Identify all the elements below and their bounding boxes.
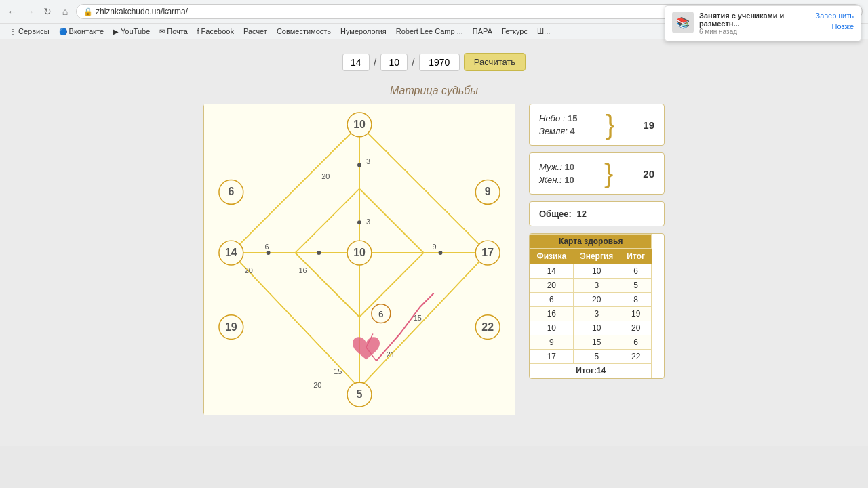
- muz-zhen-total: 20: [643, 168, 654, 180]
- svg-text:21: 21: [387, 350, 395, 359]
- notification-content: Занятия с учениками и разместн... 6 мин …: [699, 12, 810, 35]
- col-header-fizika: Физика: [530, 249, 574, 264]
- health-cell-2-1: 20: [573, 293, 620, 307]
- zhen-value: 10: [564, 175, 574, 185]
- matrix-svg: 10 6 9 14 10 17 19: [204, 104, 515, 415]
- node-top-right: 9: [485, 186, 491, 197]
- date-sep-1: /: [374, 56, 376, 68]
- calculate-button[interactable]: Расчитать: [464, 53, 526, 71]
- bookmark-facebook[interactable]: f Facebook: [193, 26, 238, 37]
- bookmark-raschet[interactable]: Расчет: [239, 26, 271, 37]
- forward-button[interactable]: →: [23, 5, 37, 18]
- health-cell-4-2: 20: [620, 321, 652, 336]
- health-cell-0-0: 14: [530, 264, 574, 279]
- sky-earth-box: Небо : 15 Земля: 4 } 19: [529, 104, 665, 146]
- node-top-left: 6: [228, 186, 234, 197]
- day-input[interactable]: [342, 54, 370, 71]
- back-button[interactable]: ←: [5, 5, 19, 18]
- bookmark-mail[interactable]: ✉ Почта: [155, 26, 192, 37]
- muz-zhen-box: Муж.: 10 Жен.: 10 } 20: [529, 152, 665, 195]
- node-top: 10: [353, 119, 366, 130]
- year-input[interactable]: [419, 54, 460, 71]
- health-table: Карта здоровья Физика Энергия Итог 14106…: [530, 234, 652, 378]
- zhen-label: Жен.:: [539, 175, 562, 185]
- earth-value: 4: [570, 126, 575, 136]
- health-cell-6-1: 5: [573, 350, 620, 364]
- obshee-value: 12: [577, 209, 587, 219]
- svg-text:6: 6: [378, 309, 383, 319]
- svg-text:3: 3: [366, 157, 370, 165]
- svg-text:3: 3: [366, 218, 370, 226]
- svg-point-41: [357, 220, 361, 224]
- notification-later-button[interactable]: Позже: [832, 22, 854, 30]
- bookmark-getkurs[interactable]: Геткурс: [498, 26, 532, 37]
- obshee-box: Общее: 12: [529, 201, 665, 226]
- health-cell-0-2: 6: [620, 264, 652, 279]
- sky-earth-total: 19: [643, 119, 654, 131]
- col-header-energiya: Энергия: [573, 249, 620, 264]
- bookmark-robert[interactable]: Robert Lee Camp ...: [392, 26, 467, 37]
- bookmark-sh[interactable]: Ш...: [533, 26, 554, 37]
- health-cell-3-1: 3: [573, 307, 620, 321]
- svg-point-40: [357, 163, 361, 167]
- node-bottom-left: 19: [225, 321, 237, 333]
- node-left: 14: [225, 247, 237, 258]
- muz-label: Муж.:: [539, 162, 564, 172]
- bookmark-numerologiya[interactable]: Нумерология: [336, 26, 391, 37]
- health-cell-1-2: 5: [620, 279, 652, 293]
- home-button[interactable]: ⌂: [58, 5, 72, 18]
- health-cell-1-0: 20: [530, 279, 574, 293]
- health-table-total: Итог:14: [530, 364, 652, 378]
- month-input[interactable]: [380, 54, 408, 71]
- obshee-label: Общее:: [539, 209, 572, 219]
- bookmark-sovmestimost[interactable]: Совместимость: [273, 26, 335, 37]
- svg-point-44: [438, 251, 442, 255]
- bookmark-youtube[interactable]: ▶ YouTube: [109, 26, 154, 37]
- svg-text:20: 20: [321, 172, 330, 180]
- node-right: 17: [481, 247, 494, 258]
- bookmark-services[interactable]: ⋮ Сервисы: [5, 26, 54, 37]
- health-cell-0-1: 10: [573, 264, 620, 279]
- bookmark-vk[interactable]: 🔵 Вконтакте: [55, 26, 108, 37]
- lock-icon: 🔒: [83, 7, 93, 16]
- matrix-title: Матрица судьбы: [0, 85, 868, 97]
- svg-point-43: [317, 251, 321, 255]
- muz-zhen-bracket: }: [604, 160, 613, 187]
- health-cell-4-1: 10: [573, 321, 620, 336]
- health-cell-5-2: 6: [620, 336, 652, 350]
- svg-text:6: 6: [265, 243, 269, 251]
- sky-label: Небо :: [539, 113, 565, 123]
- health-cell-2-2: 8: [620, 293, 652, 307]
- notification-actions: Завершить Позже: [816, 12, 854, 30]
- svg-text:16: 16: [298, 266, 307, 274]
- notification-popup: 📚 Занятия с учениками и разместн... 6 ми…: [665, 5, 861, 41]
- page-content: / / Расчитать Матрица судьбы: [0, 39, 868, 446]
- health-table-container: Карта здоровья Физика Энергия Итог 14106…: [529, 233, 665, 379]
- right-panel: Небо : 15 Земля: 4 } 19: [529, 104, 665, 415]
- reload-button[interactable]: ↻: [41, 5, 54, 18]
- node-bottom: 5: [357, 388, 363, 400]
- date-row: / / Расчитать: [0, 53, 868, 71]
- health-cell-3-2: 19: [620, 307, 652, 321]
- notification-icon: 📚: [672, 12, 694, 33]
- notification-finish-button[interactable]: Завершить: [816, 12, 854, 20]
- svg-text:9: 9: [433, 243, 437, 251]
- col-header-itog: Итог: [620, 249, 652, 264]
- node-center: 10: [353, 247, 366, 258]
- muz-value: 10: [564, 162, 574, 172]
- bookmark-para[interactable]: ПАРА: [469, 26, 496, 37]
- svg-text:20: 20: [313, 381, 321, 389]
- earth-label: Земля:: [539, 126, 568, 136]
- main-layout: 10 6 9 14 10 17 19: [0, 104, 868, 415]
- health-cell-1-1: 3: [573, 279, 620, 293]
- health-cell-3-0: 16: [530, 307, 574, 321]
- health-cell-4-0: 10: [530, 321, 574, 336]
- date-sep-2: /: [412, 56, 414, 68]
- node-bottom-right: 22: [481, 321, 494, 333]
- svg-text:15: 15: [334, 367, 342, 375]
- sky-earth-bracket: }: [606, 111, 614, 138]
- health-cell-5-1: 15: [573, 336, 620, 350]
- svg-point-42: [267, 251, 271, 255]
- health-cell-6-2: 22: [620, 350, 652, 364]
- url-text: zhiznkakchudo.ua/karma/: [96, 7, 188, 16]
